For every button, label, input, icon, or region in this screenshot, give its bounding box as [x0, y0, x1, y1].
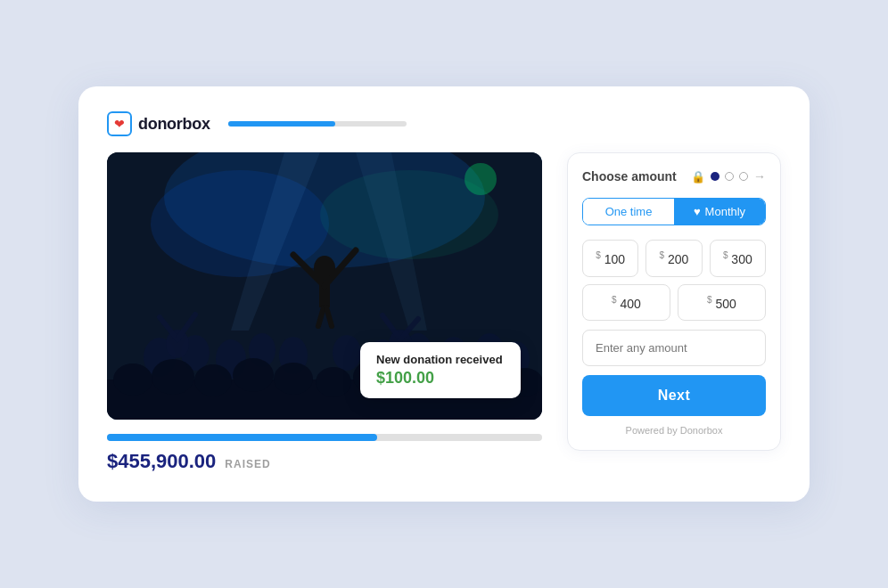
main-content: New donation received $100.00 $455,900.0…: [107, 152, 781, 473]
currency-2: $: [660, 250, 665, 260]
currency-5: $: [707, 295, 712, 305]
svg-point-35: [274, 363, 313, 395]
svg-point-34: [233, 358, 274, 392]
donation-panel: Choose amount 🔒 → One time ♥ Monthly: [567, 152, 781, 451]
svg-point-4: [465, 163, 497, 195]
amount-grid-row1: $ 100 $ 200 $ 300: [582, 240, 766, 277]
header-progress-fill: [228, 121, 335, 127]
lock-icon: 🔒: [691, 170, 705, 184]
svg-point-36: [316, 367, 351, 397]
currency-4: $: [612, 295, 617, 305]
tab-one-time[interactable]: One time: [583, 199, 674, 225]
main-card: ❤ donorbox: [78, 86, 810, 502]
notification-title: New donation received: [376, 353, 505, 366]
raised-progress-bar: [107, 434, 542, 441]
svg-point-32: [152, 359, 194, 395]
bottom-section: $455,900.00 RAISED: [107, 434, 542, 473]
tab-monthly-label: Monthly: [705, 205, 746, 218]
step-dot-1: [711, 172, 719, 181]
currency-3: $: [723, 250, 728, 260]
tab-monthly[interactable]: ♥ Monthly: [674, 199, 765, 225]
raised-text: $455,900.00 RAISED: [107, 450, 542, 473]
next-button[interactable]: Next: [582, 375, 766, 416]
amount-btn-300[interactable]: $ 300: [710, 240, 766, 277]
svg-point-18: [333, 335, 361, 371]
step-dot-3: [739, 172, 748, 181]
svg-point-33: [194, 364, 232, 396]
notification-popup: New donation received $100.00: [360, 342, 521, 398]
raised-amount: $455,900.00: [107, 450, 216, 473]
step-dot-2: [725, 172, 734, 181]
header: ❤ donorbox: [107, 111, 781, 136]
raised-progress-fill: [107, 434, 377, 441]
amount-btn-100[interactable]: $ 100: [582, 240, 638, 277]
logo-text: donorbox: [138, 115, 210, 134]
logo-icon: ❤: [107, 111, 132, 136]
frequency-tabs: One time ♥ Monthly: [582, 198, 766, 225]
notification-amount: $100.00: [376, 369, 505, 388]
amount-btn-200[interactable]: $ 200: [645, 240, 702, 277]
svg-point-31: [113, 363, 152, 396]
amount-grid-row2: $ 400 $ 500: [582, 284, 766, 322]
amount-btn-500[interactable]: $ 500: [678, 284, 766, 322]
arrow-right-icon: →: [753, 169, 766, 184]
panel-icons: 🔒 →: [691, 169, 766, 184]
raised-label: RAISED: [225, 458, 270, 470]
powered-by: Powered by Donorbox: [582, 425, 766, 436]
panel-title: Choose amount: [582, 169, 677, 184]
monthly-heart-icon: ♥: [694, 205, 701, 218]
svg-point-24: [166, 330, 189, 358]
amount-btn-400[interactable]: $ 400: [582, 284, 670, 322]
left-section: New donation received $100.00 $455,900.0…: [107, 152, 542, 473]
concert-image: New donation received $100.00: [107, 152, 542, 420]
logo: ❤ donorbox: [107, 111, 210, 136]
currency-1: $: [596, 250, 601, 260]
header-progress-bar: [228, 121, 407, 127]
logo-heart-icon: ❤: [114, 118, 125, 130]
panel-header: Choose amount 🔒 →: [582, 169, 766, 184]
custom-amount-input[interactable]: [582, 330, 766, 366]
